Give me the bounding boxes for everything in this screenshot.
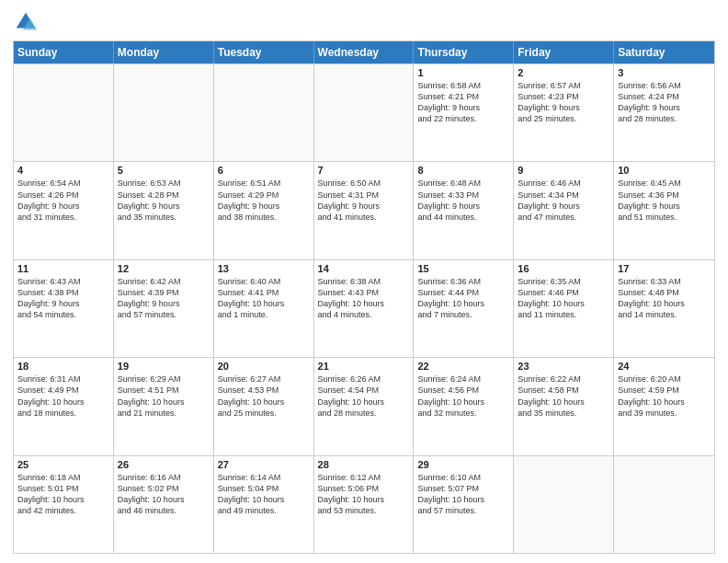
- day-info: Sunrise: 6:42 AM Sunset: 4:39 PM Dayligh…: [118, 276, 210, 321]
- day-info: Sunrise: 6:38 AM Sunset: 4:43 PM Dayligh…: [318, 276, 410, 321]
- day-number: 13: [218, 263, 310, 274]
- day-number: 29: [417, 459, 509, 470]
- cal-cell: 18Sunrise: 6:31 AM Sunset: 4:49 PM Dayli…: [14, 358, 114, 454]
- cal-cell: [314, 64, 415, 161]
- day-number: 4: [17, 165, 109, 176]
- day-number: 23: [518, 361, 609, 372]
- cal-cell: 27Sunrise: 6:14 AM Sunset: 5:04 PM Dayli…: [214, 456, 314, 553]
- day-info: Sunrise: 6:40 AM Sunset: 4:41 PM Dayligh…: [218, 276, 310, 321]
- calendar-body: 1Sunrise: 6:58 AM Sunset: 4:21 PM Daylig…: [14, 63, 714, 553]
- day-number: 26: [118, 459, 210, 470]
- day-info: Sunrise: 6:29 AM Sunset: 4:51 PM Dayligh…: [118, 373, 210, 419]
- cal-cell: 14Sunrise: 6:38 AM Sunset: 4:43 PM Dayli…: [314, 260, 415, 357]
- day-info: Sunrise: 6:48 AM Sunset: 4:33 PM Dayligh…: [417, 178, 509, 223]
- day-info: Sunrise: 6:31 AM Sunset: 4:49 PM Dayligh…: [17, 373, 109, 419]
- day-info: Sunrise: 6:53 AM Sunset: 4:28 PM Dayligh…: [118, 178, 210, 223]
- calendar: SundayMondayTuesdayWednesdayThursdayFrid…: [13, 40, 715, 554]
- day-number: 5: [118, 165, 210, 176]
- day-info: Sunrise: 6:46 AM Sunset: 4:34 PM Dayligh…: [518, 178, 609, 223]
- calendar-row-1: 1Sunrise: 6:58 AM Sunset: 4:21 PM Daylig…: [14, 63, 714, 161]
- day-info: Sunrise: 6:27 AM Sunset: 4:53 PM Dayligh…: [218, 373, 310, 419]
- day-number: 28: [318, 459, 410, 470]
- cal-cell: [614, 456, 714, 553]
- day-info: Sunrise: 6:12 AM Sunset: 5:06 PM Dayligh…: [318, 472, 410, 517]
- day-number: 7: [318, 165, 410, 176]
- header-day-monday: Monday: [114, 41, 214, 63]
- cal-cell: 1Sunrise: 6:58 AM Sunset: 4:21 PM Daylig…: [414, 64, 514, 161]
- day-info: Sunrise: 6:26 AM Sunset: 4:54 PM Dayligh…: [318, 373, 410, 419]
- day-info: Sunrise: 6:56 AM Sunset: 4:24 PM Dayligh…: [618, 80, 711, 125]
- day-info: Sunrise: 6:57 AM Sunset: 4:23 PM Dayligh…: [518, 80, 609, 125]
- day-info: Sunrise: 6:33 AM Sunset: 4:48 PM Dayligh…: [618, 276, 711, 321]
- cal-cell: 19Sunrise: 6:29 AM Sunset: 4:51 PM Dayli…: [114, 358, 214, 454]
- day-info: Sunrise: 6:51 AM Sunset: 4:29 PM Dayligh…: [218, 178, 310, 223]
- cal-cell: 20Sunrise: 6:27 AM Sunset: 4:53 PM Dayli…: [214, 358, 314, 454]
- day-number: 25: [17, 459, 109, 470]
- day-number: 15: [417, 263, 509, 274]
- day-info: Sunrise: 6:10 AM Sunset: 5:07 PM Dayligh…: [417, 472, 509, 517]
- top-section: [13, 9, 715, 35]
- day-number: 8: [417, 165, 509, 176]
- header-day-sunday: Sunday: [14, 41, 114, 63]
- calendar-header: SundayMondayTuesdayWednesdayThursdayFrid…: [14, 41, 714, 63]
- cal-cell: 3Sunrise: 6:56 AM Sunset: 4:24 PM Daylig…: [614, 64, 714, 161]
- day-info: Sunrise: 6:24 AM Sunset: 4:56 PM Dayligh…: [417, 373, 509, 419]
- cal-cell: [14, 64, 114, 161]
- cal-cell: 24Sunrise: 6:20 AM Sunset: 4:59 PM Dayli…: [614, 358, 714, 454]
- cal-cell: 8Sunrise: 6:48 AM Sunset: 4:33 PM Daylig…: [414, 162, 514, 259]
- cal-cell: 13Sunrise: 6:40 AM Sunset: 4:41 PM Dayli…: [214, 260, 314, 357]
- cal-cell: 25Sunrise: 6:18 AM Sunset: 5:01 PM Dayli…: [14, 456, 114, 553]
- day-number: 18: [17, 361, 109, 372]
- cal-cell: [514, 456, 614, 553]
- cal-cell: 22Sunrise: 6:24 AM Sunset: 4:56 PM Dayli…: [414, 358, 514, 454]
- calendar-row-2: 4Sunrise: 6:54 AM Sunset: 4:26 PM Daylig…: [14, 161, 714, 259]
- calendar-row-3: 11Sunrise: 6:43 AM Sunset: 4:38 PM Dayli…: [14, 259, 714, 357]
- day-info: Sunrise: 6:43 AM Sunset: 4:38 PM Dayligh…: [17, 276, 109, 321]
- day-number: 9: [518, 165, 609, 176]
- day-info: Sunrise: 6:16 AM Sunset: 5:02 PM Dayligh…: [118, 472, 210, 517]
- day-number: 19: [118, 361, 210, 372]
- day-number: 10: [618, 165, 711, 176]
- cal-cell: 11Sunrise: 6:43 AM Sunset: 4:38 PM Dayli…: [14, 260, 114, 357]
- day-info: Sunrise: 6:35 AM Sunset: 4:46 PM Dayligh…: [518, 276, 609, 321]
- day-number: 16: [518, 263, 609, 274]
- cal-cell: 12Sunrise: 6:42 AM Sunset: 4:39 PM Dayli…: [114, 260, 214, 357]
- cal-cell: 29Sunrise: 6:10 AM Sunset: 5:07 PM Dayli…: [414, 456, 514, 553]
- cal-cell: 23Sunrise: 6:22 AM Sunset: 4:58 PM Dayli…: [514, 358, 614, 454]
- day-info: Sunrise: 6:45 AM Sunset: 4:36 PM Dayligh…: [618, 178, 711, 223]
- day-info: Sunrise: 6:22 AM Sunset: 4:58 PM Dayligh…: [518, 373, 609, 419]
- day-number: 20: [218, 361, 310, 372]
- cal-cell: 15Sunrise: 6:36 AM Sunset: 4:44 PM Dayli…: [414, 260, 514, 357]
- day-info: Sunrise: 6:58 AM Sunset: 4:21 PM Dayligh…: [417, 80, 509, 125]
- day-number: 17: [618, 263, 711, 274]
- cal-cell: 21Sunrise: 6:26 AM Sunset: 4:54 PM Dayli…: [314, 358, 415, 454]
- day-info: Sunrise: 6:18 AM Sunset: 5:01 PM Dayligh…: [17, 472, 109, 517]
- logo: [13, 9, 42, 35]
- day-info: Sunrise: 6:36 AM Sunset: 4:44 PM Dayligh…: [417, 276, 509, 321]
- cal-cell: 17Sunrise: 6:33 AM Sunset: 4:48 PM Dayli…: [614, 260, 714, 357]
- calendar-row-4: 18Sunrise: 6:31 AM Sunset: 4:49 PM Dayli…: [14, 357, 714, 454]
- day-number: 1: [417, 67, 509, 78]
- header-day-saturday: Saturday: [614, 41, 714, 63]
- cal-cell: [114, 64, 214, 161]
- day-number: 21: [318, 361, 410, 372]
- cal-cell: [214, 64, 314, 161]
- day-number: 12: [118, 263, 210, 274]
- cal-cell: 26Sunrise: 6:16 AM Sunset: 5:02 PM Dayli…: [114, 456, 214, 553]
- day-number: 3: [618, 67, 711, 78]
- day-number: 22: [417, 361, 509, 372]
- day-number: 6: [218, 165, 310, 176]
- cal-cell: 4Sunrise: 6:54 AM Sunset: 4:26 PM Daylig…: [14, 162, 114, 259]
- day-number: 14: [318, 263, 410, 274]
- page: SundayMondayTuesdayWednesdayThursdayFrid…: [0, 0, 728, 563]
- day-info: Sunrise: 6:14 AM Sunset: 5:04 PM Dayligh…: [218, 472, 310, 517]
- day-number: 11: [17, 263, 109, 274]
- cal-cell: 7Sunrise: 6:50 AM Sunset: 4:31 PM Daylig…: [314, 162, 415, 259]
- day-info: Sunrise: 6:54 AM Sunset: 4:26 PM Dayligh…: [17, 178, 109, 223]
- header-day-wednesday: Wednesday: [314, 41, 415, 63]
- cal-cell: 2Sunrise: 6:57 AM Sunset: 4:23 PM Daylig…: [514, 64, 614, 161]
- header-day-tuesday: Tuesday: [214, 41, 314, 63]
- header-day-friday: Friday: [514, 41, 614, 63]
- day-info: Sunrise: 6:20 AM Sunset: 4:59 PM Dayligh…: [618, 373, 711, 419]
- day-number: 27: [218, 459, 310, 470]
